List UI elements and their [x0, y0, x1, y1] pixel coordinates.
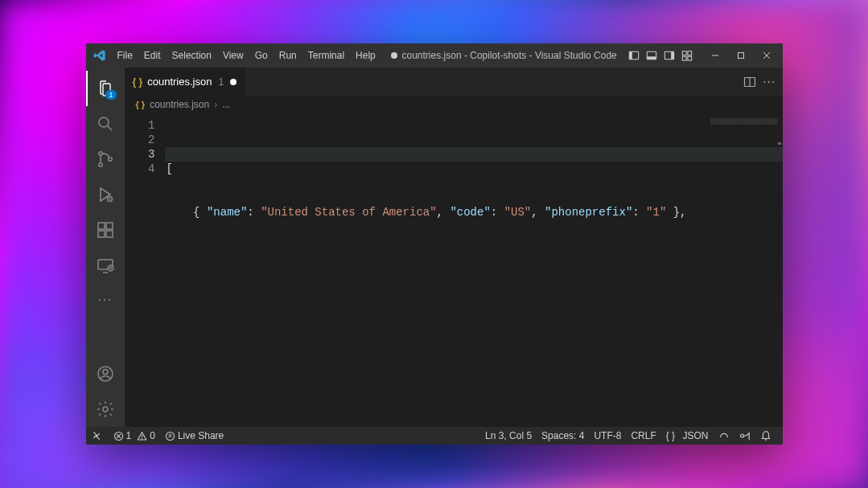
code-line: { "name": "United States of America", "c…	[167, 205, 783, 219]
activity-bar: 1 ···	[86, 68, 125, 427]
svg-point-12	[98, 152, 101, 155]
svg-point-24	[103, 407, 108, 412]
vscode-window: File Edit Selection View Go Run Terminal…	[86, 43, 783, 445]
window-title-text: countries.json - Copilot-shots - Visual …	[402, 50, 617, 61]
status-problems[interactable]: 1 0	[109, 427, 160, 445]
activity-remote-explorer[interactable]	[86, 248, 125, 283]
code-line: [	[167, 162, 783, 176]
svg-point-28	[142, 438, 142, 439]
status-feedback-icon[interactable]	[734, 427, 755, 445]
tab-label: countries.json	[147, 76, 212, 88]
editor-more-actions-icon[interactable]: ···	[763, 75, 775, 89]
toggle-panel-icon[interactable]	[644, 48, 659, 63]
status-notifications-icon[interactable]	[755, 427, 776, 445]
activity-overflow[interactable]: ···	[86, 283, 125, 315]
current-line-highlight	[165, 147, 783, 162]
activity-source-control[interactable]	[86, 141, 125, 177]
dirty-indicator-icon	[391, 52, 397, 59]
status-encoding[interactable]: UTF-8	[589, 427, 626, 445]
activity-search[interactable]	[86, 106, 125, 141]
status-errors-count: 1	[126, 430, 132, 441]
editor-group: { } countries.json 1 ··· { } countries.j…	[125, 68, 783, 427]
status-language-mode[interactable]: { } JSON	[661, 427, 714, 445]
explorer-badge: 1	[105, 90, 116, 100]
svg-point-31	[740, 434, 743, 437]
title-bar: File Edit Selection View Go Run Terminal…	[86, 43, 783, 68]
breadcrumb-file[interactable]: countries.json	[150, 99, 209, 110]
svg-rect-10	[738, 53, 743, 59]
code-area[interactable]: [ { "name": "United States of America", …	[167, 113, 783, 427]
status-cursor-position[interactable]: Ln 3, Col 5	[480, 427, 537, 445]
status-bar: 1 0 Live Share Ln 3, Col 5 Spaces: 4 UTF…	[86, 427, 783, 445]
json-file-icon: { }	[136, 100, 146, 109]
code-line	[167, 248, 783, 263]
status-eol[interactable]: CRLF	[626, 427, 660, 445]
window-close-button[interactable]	[755, 43, 778, 68]
window-title: countries.json - Copilot-shots - Visual …	[381, 50, 627, 61]
gutter: 1 2 3 4	[125, 113, 167, 427]
json-file-icon: { }	[133, 76, 143, 88]
svg-rect-8	[682, 56, 686, 60]
svg-rect-17	[98, 231, 105, 237]
code-line	[167, 292, 783, 306]
line-number: 1	[125, 118, 155, 133]
tab-group-count: 1	[218, 76, 224, 88]
window-maximize-button[interactable]	[730, 43, 752, 68]
menu-terminal[interactable]: Terminal	[302, 46, 350, 65]
tabs-bar: { } countries.json 1 ···	[125, 68, 783, 96]
activity-settings[interactable]	[86, 392, 125, 427]
breadcrumbs[interactable]: { } countries.json › ...	[125, 96, 783, 113]
tab-dirty-icon	[230, 79, 237, 85]
status-warnings-count: 0	[150, 430, 155, 441]
svg-rect-7	[687, 51, 691, 55]
menu-view[interactable]: View	[217, 46, 249, 65]
svg-rect-1	[629, 51, 632, 59]
svg-point-14	[108, 158, 111, 161]
activity-extensions[interactable]	[86, 212, 125, 248]
svg-rect-5	[671, 51, 674, 59]
menu-run[interactable]: Run	[274, 46, 302, 65]
svg-point-30	[169, 433, 171, 436]
tab-countries-json[interactable]: { } countries.json 1	[125, 68, 246, 96]
toggle-secondary-sidebar-icon[interactable]	[662, 48, 677, 63]
activity-accounts[interactable]	[86, 356, 125, 392]
breadcrumb-separator-icon: ›	[214, 99, 217, 110]
status-remote-icon[interactable]	[86, 427, 107, 445]
menu-help[interactable]: Help	[350, 46, 381, 65]
main-menu: File Edit Selection View Go Run Terminal…	[112, 46, 381, 65]
line-number: 3	[125, 147, 155, 162]
split-editor-icon[interactable]	[743, 76, 756, 88]
workbench-body: 1 ···	[86, 68, 783, 427]
minimap[interactable]	[710, 118, 778, 125]
svg-rect-16	[98, 223, 105, 229]
menu-edit[interactable]: Edit	[138, 46, 167, 65]
svg-point-13	[98, 163, 101, 166]
svg-rect-6	[682, 51, 686, 55]
svg-point-11	[99, 117, 109, 127]
status-live-share[interactable]: Live Share	[160, 427, 228, 445]
svg-rect-9	[687, 56, 691, 60]
activity-run-debug[interactable]	[86, 177, 125, 212]
vscode-logo-icon	[93, 48, 107, 63]
menu-file[interactable]: File	[112, 46, 138, 65]
editor[interactable]: 1 2 3 4 [ { "name": "United States of Am…	[125, 113, 783, 427]
status-copilot-icon[interactable]	[714, 427, 734, 445]
svg-point-23	[103, 370, 108, 375]
breadcrumb-trail[interactable]: ...	[222, 99, 230, 110]
line-number: 2	[125, 133, 155, 147]
activity-explorer[interactable]: 1	[86, 71, 125, 106]
svg-rect-3	[647, 56, 656, 59]
status-indentation[interactable]: Spaces: 4	[537, 427, 589, 445]
customize-layout-icon[interactable]	[680, 48, 694, 63]
json-braces-icon: { }	[666, 430, 675, 441]
svg-rect-19	[106, 223, 113, 229]
toggle-primary-sidebar-icon[interactable]	[627, 48, 641, 63]
svg-rect-18	[106, 231, 113, 237]
menu-selection[interactable]: Selection	[167, 46, 217, 65]
window-minimize-button[interactable]	[704, 43, 726, 68]
line-number: 4	[125, 162, 155, 176]
overview-ruler-mark	[778, 142, 781, 145]
menu-go[interactable]: Go	[249, 46, 274, 65]
status-live-share-label: Live Share	[178, 430, 224, 441]
editor-actions: ···	[737, 68, 782, 96]
